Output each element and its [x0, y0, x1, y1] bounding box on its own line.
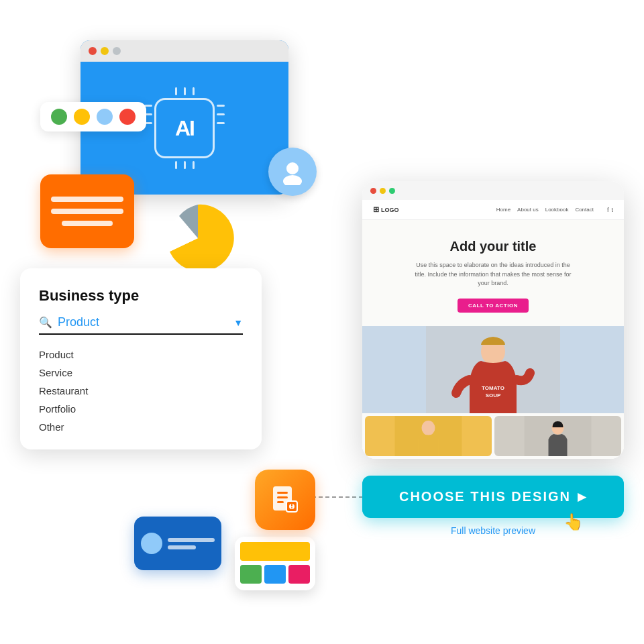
message-line-2 — [51, 209, 123, 214]
pill-blue — [97, 109, 113, 125]
website-preview-card: ⊞ LOGO Home About us Lookbook Contact ft… — [362, 181, 624, 459]
gallery-thumb-1 — [240, 565, 262, 584]
pill-green — [51, 109, 67, 125]
blue-card-lines — [168, 538, 215, 549]
gallery-thumb-wide — [240, 542, 310, 561]
chip-pins-right — [217, 105, 225, 124]
preview-nav-links: Home About us Lookbook Contact — [496, 207, 594, 213]
choose-design-button[interactable]: CHOOSE THIS DESIGN ▶ — [362, 476, 624, 518]
preview-hero: Add your title Use this space to elabora… — [362, 220, 624, 326]
preview-grid-item-2 — [494, 416, 621, 456]
preview-dot-yellow — [380, 188, 386, 194]
choose-button-wrap: CHOOSE THIS DESIGN ▶ Full website previe… — [362, 476, 624, 537]
nav-link-about: About us — [517, 207, 539, 213]
dot-red — [89, 47, 97, 55]
preview-nav: ⊞ LOGO Home About us Lookbook Contact ft — [362, 200, 624, 220]
pill-red — [119, 109, 136, 125]
blue-card-line-2 — [168, 545, 196, 549]
user-avatar — [268, 148, 317, 196]
browser-titlebar — [80, 40, 288, 62]
blue-person-card — [134, 517, 221, 570]
ai-chip-icon: AI — [154, 87, 215, 169]
nav-link-contact: Contact — [575, 207, 594, 213]
pills-bar — [40, 102, 146, 131]
svg-rect-4 — [277, 496, 288, 498]
gallery-thumb-3 — [288, 565, 310, 584]
dropdown-arrow-icon: ▼ — [233, 317, 243, 328]
preview-logo: ⊞ LOGO — [373, 205, 399, 214]
preview-titlebar — [362, 181, 624, 200]
message-line-3 — [62, 221, 113, 226]
cursor-icon: 👆 — [564, 513, 584, 531]
nav-link-lookbook: Lookbook — [545, 207, 569, 213]
pill-yellow — [74, 109, 90, 125]
full-preview-link-wrap: Full website preview — [362, 525, 624, 537]
full-preview-link[interactable]: Full website preview — [451, 525, 535, 536]
svg-rect-3 — [277, 492, 288, 494]
search-icon: 🔍 — [39, 316, 52, 329]
svg-point-1 — [283, 175, 302, 185]
orange-badge-icon — [255, 470, 315, 530]
preview-dot-green — [389, 188, 395, 194]
dropdown-item-product[interactable]: Product — [39, 345, 243, 364]
preview-description: Use this space to elaborate on the ideas… — [413, 261, 574, 288]
dropdown-item-other[interactable]: Other — [39, 418, 243, 436]
svg-point-0 — [286, 162, 299, 174]
gallery-card — [235, 537, 315, 590]
gallery-thumb-2 — [264, 565, 286, 584]
message-card — [40, 174, 134, 248]
svg-text:TOMATO: TOMATO — [482, 385, 504, 391]
business-search-value: Product — [58, 315, 228, 329]
preview-grid — [362, 413, 624, 459]
blue-card-line-1 — [168, 538, 215, 542]
dot-yellow — [101, 47, 109, 55]
svg-text:SOUP: SOUP — [486, 392, 501, 398]
business-type-card: Business type 🔍 Product ▼ Product Servic… — [20, 268, 262, 449]
svg-rect-8 — [291, 504, 292, 506]
preview-dot-red — [370, 188, 376, 194]
ai-label: AI — [154, 98, 215, 158]
nav-link-home: Home — [496, 207, 511, 213]
chip-pins-top — [175, 87, 195, 95]
svg-rect-9 — [291, 507, 292, 508]
preview-title: Add your title — [378, 239, 608, 254]
chip-pins-bottom — [175, 161, 195, 169]
svg-rect-5 — [277, 501, 284, 503]
business-dropdown-list: Product Service Restaurant Portfolio Oth… — [39, 345, 243, 436]
dot-gray — [113, 47, 121, 55]
pie-chart — [161, 201, 235, 278]
dropdown-item-service[interactable]: Service — [39, 364, 243, 382]
preview-cta-button[interactable]: CALL TO ACTION — [458, 299, 529, 313]
message-line-1 — [51, 197, 123, 202]
business-search-row[interactable]: 🔍 Product ▼ — [39, 315, 243, 335]
blue-avatar — [141, 533, 162, 554]
business-type-title: Business type — [39, 287, 243, 305]
svg-point-16 — [422, 421, 435, 435]
preview-grid-item-1 — [365, 416, 492, 456]
preview-body: ⊞ LOGO Home About us Lookbook Contact ft… — [362, 200, 624, 459]
choose-design-label: CHOOSE THIS DESIGN — [399, 489, 571, 504]
dropdown-item-portfolio[interactable]: Portfolio — [39, 400, 243, 418]
preview-image-area: TOMATO SOUP — [362, 326, 624, 413]
choose-arrow-icon: ▶ — [578, 490, 587, 503]
dropdown-item-restaurant[interactable]: Restaurant — [39, 382, 243, 400]
